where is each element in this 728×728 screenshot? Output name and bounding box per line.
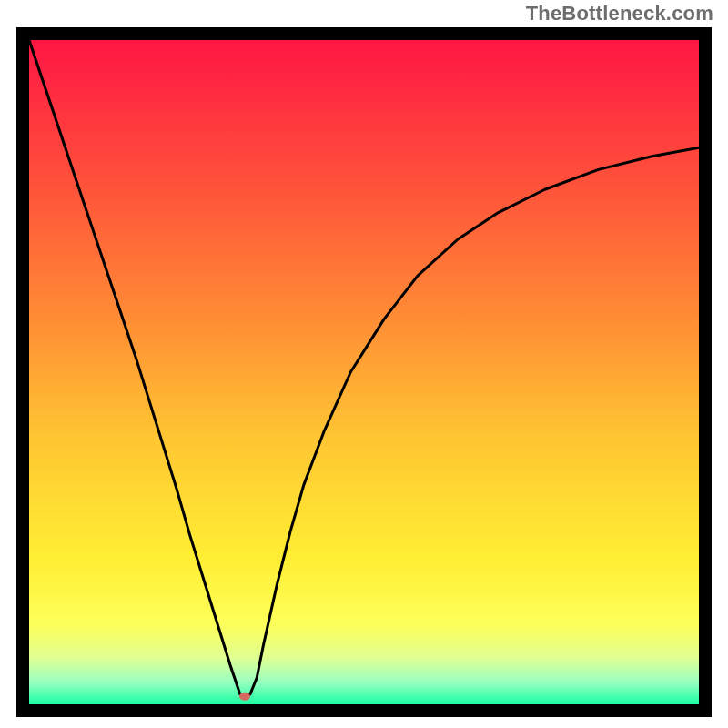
chart-wrap: TheBottleneck.com <box>0 0 728 728</box>
gradient-background <box>29 40 699 704</box>
watermark-text: TheBottleneck.com <box>526 2 713 25</box>
plot-inner <box>29 40 699 704</box>
optimal-point-marker <box>239 693 250 701</box>
chart-svg <box>29 40 699 704</box>
plot-area <box>16 27 712 717</box>
